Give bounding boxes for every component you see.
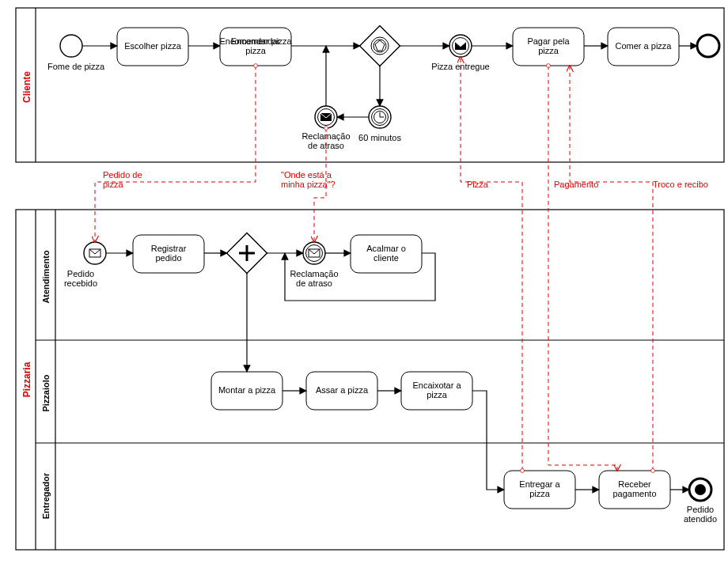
task-comer-label: Comer a pizza [616,41,673,51]
msg-pizza [461,57,522,471]
event-reclamacao-cliente [315,106,337,128]
lane-entregador-label: Entregador [41,472,51,519]
lane-pizzaiolo-label: Pizzaiolo [41,374,51,411]
svg-text:Reclamaçãode atraso: Reclamaçãode atraso [301,131,350,150]
svg-text:Registrarpedido: Registrarpedido [151,244,187,263]
bpmn-diagram: Cliente Fome de pizza Escolher pizza Enc… [0,0,728,564]
pool-cliente-label: Cliente [21,71,32,103]
lane-atendimento-label: Atendimento [41,250,51,304]
svg-point-40 [695,484,706,495]
svg-text:Pedido depizza: Pedido depizza [103,170,142,189]
pool-pizzaria-label: Pizzaria [21,361,32,397]
task-escolher-label: Escolher pizza [124,41,181,51]
end-event-cliente [697,35,719,57]
msg-pizza-label: Pizza [467,180,489,189]
end-event-pedido-atendido [689,479,711,501]
event-reclamacao-atend [303,242,325,264]
msg-pedido-pizza [95,66,256,242]
svg-text:Pedidoatendido: Pedidoatendido [684,505,717,524]
event-timer-60-label: 60 minutos [358,133,401,142]
svg-text:Pedidorecebido: Pedidorecebido [64,269,97,288]
event-timer-60 [369,106,391,128]
msg-pagamento [548,66,617,471]
svg-text:"Onde está aminha pizza"?: "Onde está aminha pizza"? [281,170,336,189]
msg-troco-label: Troco e recibo [653,180,708,189]
start-event-fome [60,35,82,57]
start-event-fome-label: Fome de pizza [47,62,105,71]
event-pizza-entregue [449,35,472,57]
task-montar-label: Montar a pizza [218,385,276,395]
gateway-event-based [360,26,400,66]
svg-text:Reclamaçãode atraso: Reclamaçãode atraso [290,269,338,288]
task-assar-label: Assar a pizza [316,385,369,395]
msg-troco [570,66,653,471]
svg-text:Receberpagamento: Receberpagamento [612,479,656,498]
gateway-parallel [227,233,267,274]
msg-pagamento-label: Pagamento [554,180,598,189]
event-pedido-recebido [84,242,106,264]
